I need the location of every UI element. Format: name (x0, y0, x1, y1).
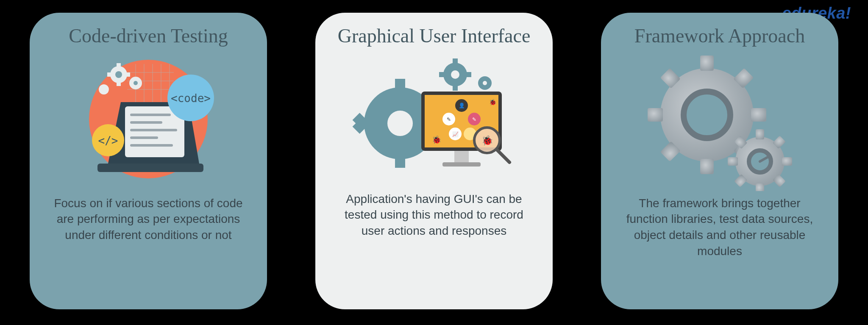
svg-text:✎: ✎ (447, 117, 451, 122)
svg-text:</>: </> (98, 134, 118, 147)
monitor-gear-icon: 👤 ✎ ✎ 📈 🐞 🐞 🐞 (349, 51, 519, 187)
svg-line-65 (497, 150, 509, 162)
svg-rect-81 (782, 157, 792, 166)
svg-rect-70 (751, 108, 766, 122)
card-title: Graphical User Interface (338, 25, 531, 47)
svg-rect-69 (648, 108, 663, 122)
card-title: Framework Approach (634, 25, 805, 47)
svg-rect-68 (700, 159, 714, 174)
card-desc: The framework brings together function l… (620, 195, 819, 259)
svg-rect-43 (465, 72, 471, 77)
svg-text:🐞: 🐞 (481, 135, 493, 146)
svg-rect-78 (756, 129, 764, 139)
svg-rect-12 (117, 82, 121, 86)
svg-point-10 (115, 71, 122, 78)
card-title: Code-driven Testing (69, 25, 228, 47)
svg-rect-18 (97, 164, 203, 172)
svg-point-16 (134, 81, 138, 85)
svg-rect-80 (728, 157, 738, 166)
svg-rect-31 (395, 155, 405, 168)
svg-rect-30 (395, 79, 405, 92)
svg-point-38 (387, 111, 413, 136)
svg-text:🐞: 🐞 (489, 99, 497, 106)
svg-rect-13 (107, 72, 111, 77)
svg-rect-14 (126, 72, 130, 77)
svg-rect-40 (453, 58, 458, 64)
svg-point-17 (99, 84, 109, 94)
svg-rect-50 (442, 162, 481, 167)
svg-rect-41 (453, 85, 458, 91)
svg-rect-67 (700, 56, 714, 71)
cards-row: Code-driven Testing (30, 13, 838, 309)
svg-rect-42 (439, 72, 445, 77)
svg-text:👤: 👤 (459, 102, 465, 108)
svg-point-44 (451, 70, 459, 79)
svg-text:📈: 📈 (452, 131, 459, 137)
card-framework: Framework Approach (601, 13, 838, 309)
card-gui: Graphical User Interface (315, 13, 553, 309)
svg-text:🐞: 🐞 (432, 135, 442, 144)
gears-icon (639, 51, 800, 191)
card-desc: Application's having GUI's can be tested… (335, 191, 533, 239)
card-code-driven: Code-driven Testing (30, 13, 267, 309)
svg-text:<code>: <code> (171, 92, 211, 105)
svg-point-46 (483, 81, 487, 85)
laptop-code-icon: <code> </> (72, 51, 225, 191)
svg-rect-79 (756, 183, 764, 191)
card-desc: Focus on if various sections of code are… (49, 195, 248, 243)
svg-text:✎: ✎ (472, 117, 476, 122)
svg-rect-11 (117, 63, 121, 67)
svg-rect-49 (454, 151, 469, 164)
